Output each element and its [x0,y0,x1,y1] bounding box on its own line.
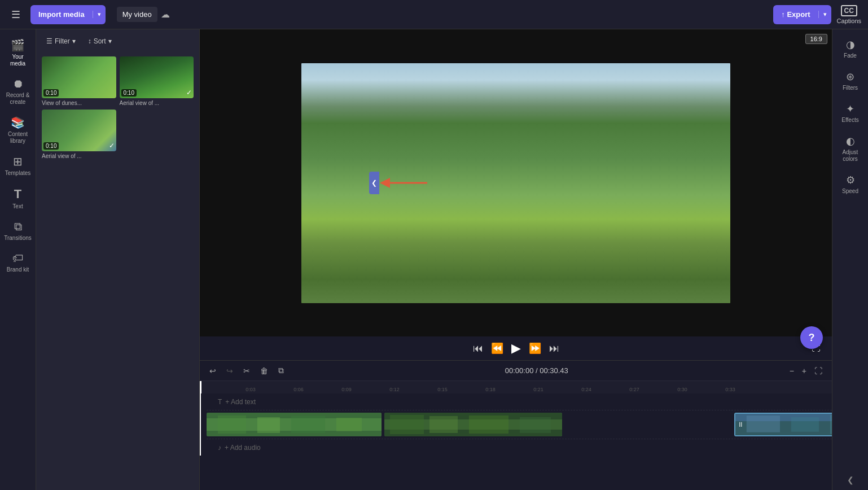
media-thumbnail-1[interactable]: 0:10 [42,56,116,98]
media-thumbnail-2[interactable]: 0:10 ✓ [120,56,194,98]
video-clip-3[interactable]: ⏸ [734,413,832,436]
ruler-mark-11: 0:33 [725,387,735,392]
add-audio-track[interactable]: ♪ + Add audio [207,439,832,456]
tab-my-video[interactable]: My video [117,7,157,22]
right-tool-speed[interactable]: ⚙ Speed [834,169,867,199]
undo-button[interactable]: ↩ [207,365,219,377]
export-button[interactable]: ↑ Export [773,10,818,19]
import-media-button[interactable]: Import media [30,10,93,19]
import-dropdown-button[interactable]: ▾ [93,11,106,18]
panel-collapse-tab[interactable]: ❮ [369,172,379,194]
ruler-mark-2: 0:06 [293,387,304,392]
ruler-mark-4: 0:12 [389,387,400,392]
right-tool-fade[interactable]: ◑ Fade [834,34,867,64]
svg-rect-1 [301,108,730,131]
add-text-track[interactable]: T + Add text [207,393,832,410]
svg-marker-10 [330,154,527,168]
add-audio-label: + Add audio [225,444,261,452]
effects-label: Effects [841,117,858,124]
rewind-button[interactable]: ⏪ [491,342,503,355]
help-button[interactable]: ? [800,326,823,349]
check-icon-3: ✓ [109,142,115,150]
svg-rect-22 [336,418,362,431]
clip-pause-icon: ⏸ [737,421,744,428]
main-content: 🎬 Your media ⏺ Record & create 📚 Content… [0,29,868,490]
adjust-colors-label: Adjust colors [836,149,865,163]
zoom-out-button[interactable]: − [787,365,797,377]
list-item: 0:10 ✓ Aerial view of ... [120,56,194,106]
copy-button[interactable]: ⧉ [275,364,287,377]
content-library-icon: 📚 [11,116,25,129]
export-dropdown-button[interactable]: ▾ [818,11,831,18]
ruler-mark-5: 0:15 [437,387,448,392]
right-tool-filters[interactable]: ⊛ Filters [834,66,867,96]
skip-to-end-button[interactable]: ⏭ [549,343,559,355]
filter-button[interactable]: ☰ Filter ▾ [42,35,80,47]
media-toolbar: ☰ Filter ▾ ↕ Sort ▾ [36,29,199,53]
playback-controls: ⏮ ⏪ ▶ ⏩ ⏭ ⛶ [200,336,832,360]
svg-rect-32 [747,415,780,432]
svg-rect-34 [830,415,832,434]
skip-to-start-button[interactable]: ⏮ [473,343,483,355]
sidebar-item-your-media[interactable]: 🎬 Your media [2,34,34,72]
timeline-tracks: T + Add text [200,393,832,490]
zoom-controls: − + ⛶ [787,365,825,377]
media-label-3: Aerial view of ... [42,153,116,159]
sidebar-label-brand-kit: Brand kit [7,266,29,273]
play-pause-button[interactable]: ▶ [511,341,521,356]
filter-dropdown-icon: ▾ [72,37,76,45]
right-sidebar-collapse-button[interactable]: ❮ [847,475,854,484]
tab-area: My video ☁ [117,7,170,22]
svg-point-3 [499,103,730,182]
video-clip-2[interactable] [384,413,562,436]
media-thumbnail-3[interactable]: 0:10 ✓ [42,110,116,151]
controls-center: ⏮ ⏪ ▶ ⏩ ⏭ [473,341,559,356]
list-item: 0:10 ✓ Aerial view of ... [42,110,116,159]
media-label-2: Aerial view of ... [120,100,194,106]
clip3-thumbnail [735,414,832,435]
sidebar-item-record-create[interactable]: ⏺ Record & create [2,73,34,110]
svg-rect-20 [257,417,280,433]
left-sidebar: 🎬 Your media ⏺ Record & create 📚 Content… [0,29,36,490]
sidebar-item-content-library[interactable]: 📚 Content library [2,111,34,149]
adjust-colors-icon: ◐ [846,135,855,147]
delete-button[interactable]: 🗑 [257,365,271,377]
top-bar: ☰ Import media ▾ My video ☁ ↑ Export ▾ C… [0,0,868,29]
svg-rect-28 [520,417,551,433]
ruler-mark-10: 0:30 [677,387,687,392]
svg-marker-11 [572,156,730,172]
redo-button[interactable]: ↪ [223,365,236,377]
ruler-mark-8: 0:24 [581,387,591,392]
ruler-mark-7: 0:21 [533,387,543,392]
cut-button[interactable]: ✂ [240,365,253,377]
ruler-mark-3: 0:09 [341,387,352,392]
right-tool-effects[interactable]: ✦ Effects [834,98,867,128]
sidebar-item-text[interactable]: T Text [2,182,34,215]
video-clip-1[interactable] [207,413,382,436]
transitions-icon: ⧉ [14,220,22,233]
sidebar-item-transitions[interactable]: ⧉ Transitions [2,216,34,246]
media-panel: ☰ Filter ▾ ↕ Sort ▾ 0:10 View of dunes..… [36,29,200,490]
arrow-overlay: ❮ [369,172,430,194]
duration-badge-3: 0:10 [43,142,59,150]
right-tool-adjust-colors[interactable]: ◐ Adjust colors [834,130,867,167]
sidebar-item-templates[interactable]: ⊞ Templates [2,150,34,181]
timeline-ruler: 0:03 0:06 0:09 0:12 0:15 0:18 0:21 0:24 … [200,381,832,393]
fade-label: Fade [844,53,857,59]
captions-button[interactable]: CC Captions [837,5,861,24]
sidebar-item-brand-kit[interactable]: 🏷 Brand kit [2,247,34,278]
sort-button[interactable]: ↕ Sort ▾ [84,35,116,47]
hamburger-button[interactable]: ☰ [7,6,25,23]
fit-timeline-button[interactable]: ⛶ [812,365,825,377]
zoom-in-button[interactable]: + [799,365,809,377]
forward-button[interactable]: ⏩ [529,342,541,355]
timeline-toolbar: ↩ ↪ ✂ 🗑 ⧉ 00:00:00 / 00:30.43 − + ⛶ [200,361,832,381]
svg-rect-25 [390,415,424,434]
list-item: 0:10 View of dunes... [42,56,116,106]
track-playhead [200,393,201,456]
center-area: ❮ 16:9 ⏮ ⏪ ▶ ⏩ ⏭ [200,29,832,490]
arrow-pointer-svg [379,174,430,191]
svg-rect-0 [301,63,730,114]
sidebar-label-text: Text [12,203,23,210]
fade-icon: ◑ [846,38,855,51]
